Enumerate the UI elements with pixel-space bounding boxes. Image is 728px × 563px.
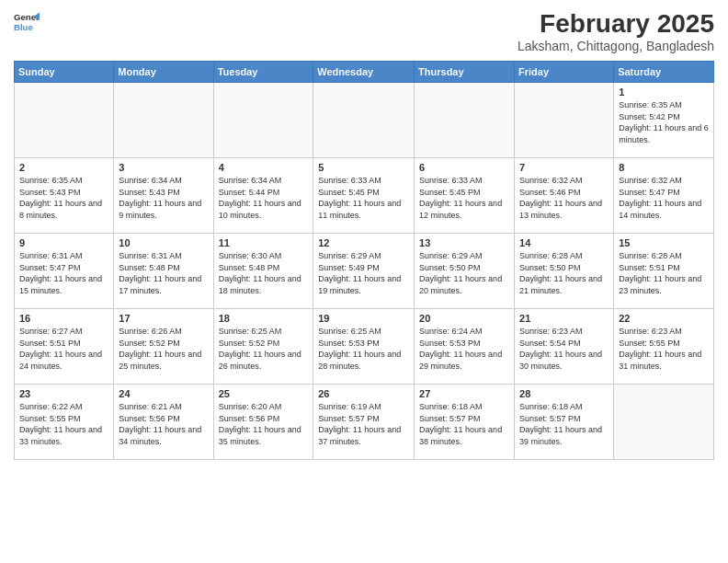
cell-w1-d2: 4Sunrise: 6:34 AM Sunset: 5:44 PM Daylig…	[213, 158, 313, 234]
header: General Blue February 2025 Laksham, Chit…	[14, 9, 714, 53]
day-number: 25	[219, 388, 309, 399]
day-number: 1	[619, 86, 709, 98]
day-info: Sunrise: 6:31 AM Sunset: 5:47 PM Dayligh…	[19, 250, 108, 296]
day-number: 15	[619, 237, 709, 248]
day-info: Sunrise: 6:31 AM Sunset: 5:48 PM Dayligh…	[119, 250, 208, 296]
title-block: February 2025 Laksham, Chittagong, Bangl…	[518, 9, 714, 53]
calendar-title: February 2025	[518, 9, 714, 39]
day-info: Sunrise: 6:35 AM Sunset: 5:42 PM Dayligh…	[619, 99, 709, 145]
day-info: Sunrise: 6:18 AM Sunset: 5:57 PM Dayligh…	[519, 401, 609, 447]
cell-w4-d2: 25Sunrise: 6:20 AM Sunset: 5:56 PM Dayli…	[213, 385, 313, 460]
col-saturday: Saturday	[614, 62, 714, 83]
cell-w1-d4: 6Sunrise: 6:33 AM Sunset: 5:45 PM Daylig…	[415, 158, 515, 234]
week-row-3: 16Sunrise: 6:27 AM Sunset: 5:51 PM Dayli…	[15, 309, 714, 385]
day-info: Sunrise: 6:24 AM Sunset: 5:53 PM Dayligh…	[419, 326, 509, 372]
cell-w2-d4: 13Sunrise: 6:29 AM Sunset: 5:50 PM Dayli…	[415, 234, 515, 309]
cell-w2-d3: 12Sunrise: 6:29 AM Sunset: 5:49 PM Dayli…	[313, 234, 415, 309]
day-number: 9	[19, 237, 108, 248]
day-info: Sunrise: 6:28 AM Sunset: 5:51 PM Dayligh…	[619, 250, 709, 296]
day-number: 23	[19, 388, 108, 399]
day-number: 13	[419, 237, 509, 248]
day-number: 16	[19, 313, 108, 324]
cell-w2-d6: 15Sunrise: 6:28 AM Sunset: 5:51 PM Dayli…	[614, 234, 714, 309]
cell-w3-d6: 22Sunrise: 6:23 AM Sunset: 5:55 PM Dayli…	[614, 309, 714, 385]
day-number: 6	[419, 162, 509, 173]
col-monday: Monday	[114, 62, 213, 83]
cell-w0-d0	[15, 83, 114, 158]
cell-w4-d5: 28Sunrise: 6:18 AM Sunset: 5:57 PM Dayli…	[515, 385, 614, 460]
day-number: 10	[119, 237, 208, 248]
cell-w4-d0: 23Sunrise: 6:22 AM Sunset: 5:55 PM Dayli…	[15, 385, 114, 460]
cell-w0-d5	[515, 83, 614, 158]
day-info: Sunrise: 6:25 AM Sunset: 5:53 PM Dayligh…	[318, 326, 409, 372]
day-info: Sunrise: 6:28 AM Sunset: 5:50 PM Dayligh…	[519, 250, 609, 296]
cell-w0-d6: 1Sunrise: 6:35 AM Sunset: 5:42 PM Daylig…	[614, 83, 714, 158]
day-info: Sunrise: 6:35 AM Sunset: 5:43 PM Dayligh…	[19, 175, 108, 221]
col-tuesday: Tuesday	[213, 62, 313, 83]
cell-w3-d2: 18Sunrise: 6:25 AM Sunset: 5:52 PM Dayli…	[213, 309, 313, 385]
day-info: Sunrise: 6:26 AM Sunset: 5:52 PM Dayligh…	[119, 326, 208, 372]
cell-w3-d5: 21Sunrise: 6:23 AM Sunset: 5:54 PM Dayli…	[515, 309, 614, 385]
week-row-2: 9Sunrise: 6:31 AM Sunset: 5:47 PM Daylig…	[15, 234, 714, 309]
day-info: Sunrise: 6:23 AM Sunset: 5:55 PM Dayligh…	[619, 326, 709, 372]
cell-w4-d4: 27Sunrise: 6:18 AM Sunset: 5:57 PM Dayli…	[415, 385, 515, 460]
day-info: Sunrise: 6:33 AM Sunset: 5:45 PM Dayligh…	[318, 175, 409, 221]
cell-w3-d4: 20Sunrise: 6:24 AM Sunset: 5:53 PM Dayli…	[415, 309, 515, 385]
day-number: 5	[318, 162, 409, 173]
day-number: 18	[219, 313, 309, 324]
cell-w2-d1: 10Sunrise: 6:31 AM Sunset: 5:48 PM Dayli…	[114, 234, 213, 309]
week-row-0: 1Sunrise: 6:35 AM Sunset: 5:42 PM Daylig…	[15, 83, 714, 158]
day-number: 11	[219, 237, 309, 248]
cell-w0-d2	[213, 83, 313, 158]
day-info: Sunrise: 6:23 AM Sunset: 5:54 PM Dayligh…	[519, 326, 609, 372]
day-info: Sunrise: 6:25 AM Sunset: 5:52 PM Dayligh…	[219, 326, 309, 372]
day-number: 19	[318, 313, 409, 324]
day-number: 14	[519, 237, 609, 248]
cell-w2-d0: 9Sunrise: 6:31 AM Sunset: 5:47 PM Daylig…	[15, 234, 114, 309]
cell-w0-d3	[313, 83, 415, 158]
day-info: Sunrise: 6:20 AM Sunset: 5:56 PM Dayligh…	[219, 401, 309, 447]
week-row-4: 23Sunrise: 6:22 AM Sunset: 5:55 PM Dayli…	[15, 385, 714, 460]
day-number: 26	[318, 388, 409, 399]
day-info: Sunrise: 6:21 AM Sunset: 5:56 PM Dayligh…	[119, 401, 208, 447]
cell-w1-d6: 8Sunrise: 6:32 AM Sunset: 5:47 PM Daylig…	[614, 158, 714, 234]
cell-w1-d3: 5Sunrise: 6:33 AM Sunset: 5:45 PM Daylig…	[313, 158, 415, 234]
day-info: Sunrise: 6:32 AM Sunset: 5:47 PM Dayligh…	[619, 175, 709, 221]
cell-w3-d1: 17Sunrise: 6:26 AM Sunset: 5:52 PM Dayli…	[114, 309, 213, 385]
day-number: 24	[119, 388, 208, 399]
day-number: 27	[419, 388, 509, 399]
day-number: 21	[519, 313, 609, 324]
day-number: 2	[19, 162, 108, 173]
cell-w1-d1: 3Sunrise: 6:34 AM Sunset: 5:43 PM Daylig…	[114, 158, 213, 234]
day-info: Sunrise: 6:33 AM Sunset: 5:45 PM Dayligh…	[419, 175, 509, 221]
calendar-subtitle: Laksham, Chittagong, Bangladesh	[518, 39, 714, 53]
calendar-table: Sunday Monday Tuesday Wednesday Thursday…	[14, 61, 714, 460]
day-number: 3	[119, 162, 208, 173]
day-number: 20	[419, 313, 509, 324]
cell-w3-d0: 16Sunrise: 6:27 AM Sunset: 5:51 PM Dayli…	[15, 309, 114, 385]
logo-icon: General Blue	[14, 9, 40, 35]
day-number: 17	[119, 313, 208, 324]
day-number: 28	[519, 388, 609, 399]
cell-w4-d6	[614, 385, 714, 460]
day-number: 12	[318, 237, 409, 248]
day-info: Sunrise: 6:18 AM Sunset: 5:57 PM Dayligh…	[419, 401, 509, 447]
col-thursday: Thursday	[415, 62, 515, 83]
cell-w0-d1	[114, 83, 213, 158]
cell-w4-d3: 26Sunrise: 6:19 AM Sunset: 5:57 PM Dayli…	[313, 385, 415, 460]
day-info: Sunrise: 6:27 AM Sunset: 5:51 PM Dayligh…	[19, 326, 108, 372]
day-number: 4	[219, 162, 309, 173]
cell-w4-d1: 24Sunrise: 6:21 AM Sunset: 5:56 PM Dayli…	[114, 385, 213, 460]
cell-w2-d5: 14Sunrise: 6:28 AM Sunset: 5:50 PM Dayli…	[515, 234, 614, 309]
logo: General Blue	[14, 9, 40, 35]
col-sunday: Sunday	[15, 62, 114, 83]
col-wednesday: Wednesday	[313, 62, 415, 83]
week-row-1: 2Sunrise: 6:35 AM Sunset: 5:43 PM Daylig…	[15, 158, 714, 234]
day-info: Sunrise: 6:22 AM Sunset: 5:55 PM Dayligh…	[19, 401, 108, 447]
cell-w2-d2: 11Sunrise: 6:30 AM Sunset: 5:48 PM Dayli…	[213, 234, 313, 309]
day-info: Sunrise: 6:30 AM Sunset: 5:48 PM Dayligh…	[219, 250, 309, 296]
day-number: 8	[619, 162, 709, 173]
day-number: 22	[619, 313, 709, 324]
day-info: Sunrise: 6:34 AM Sunset: 5:44 PM Dayligh…	[219, 175, 309, 221]
day-info: Sunrise: 6:19 AM Sunset: 5:57 PM Dayligh…	[318, 401, 409, 447]
